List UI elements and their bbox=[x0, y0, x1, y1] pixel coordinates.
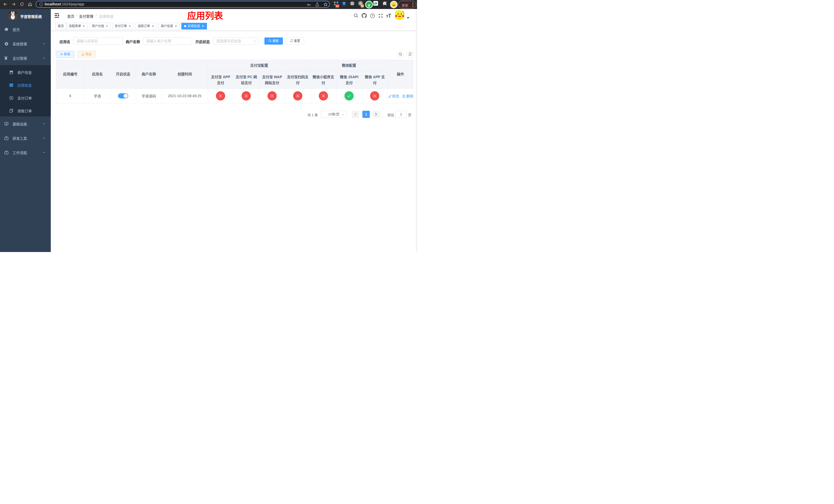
svg-text:¥: ¥ bbox=[10, 96, 12, 99]
svg-text:y: y bbox=[368, 2, 370, 7]
svg-text:1: 1 bbox=[361, 5, 363, 7]
svg-text:?: ? bbox=[372, 14, 373, 17]
svg-text:10: 10 bbox=[336, 5, 339, 7]
